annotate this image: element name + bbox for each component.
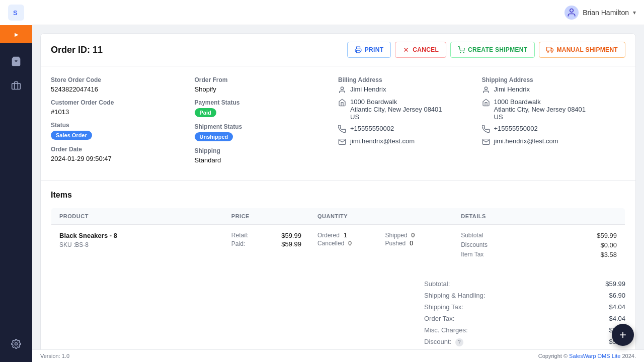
detail-item-tax-label: Item Tax — [461, 251, 484, 258]
order-header: Order ID: 11 PRINT CANCEL CREATE SHIPMEN… — [41, 34, 635, 66]
cancelled-label: Cancelled — [317, 240, 344, 247]
shipping-value: Standard — [195, 156, 329, 164]
user-menu[interactable]: Brian Hamilton ▾ — [565, 6, 636, 20]
svg-point-15 — [551, 51, 553, 52]
billing-address-section: Billing Address Jimi Hendrix 1000 Boardw… — [338, 76, 482, 170]
shipping-name-row: Jimi Hendrix — [482, 85, 616, 94]
billing-email-row: jimi.hendrix@test.com — [338, 137, 472, 146]
detail-item-tax-value: $3.58 — [600, 251, 617, 258]
cancel-icon — [403, 46, 410, 53]
pushed-label: Pushed — [385, 240, 406, 247]
shipping-handling-label: Shipping & Handling: — [424, 292, 485, 299]
qty-grid: Ordered 1 Shipped 0 Cancelled 0 Pushed 0 — [317, 232, 445, 247]
user-avatar — [565, 6, 579, 20]
col-details: DETAILS — [453, 208, 625, 225]
shipping-address-section: Shipping Address Jimi Hendrix 1000 Board… — [482, 76, 626, 170]
detail-discounts-label: Discounts — [461, 241, 488, 249]
svg-rect-12 — [547, 47, 551, 51]
cancel-button[interactable]: CANCEL — [395, 42, 446, 58]
order-card: Order ID: 11 PRINT CANCEL CREATE SHIPMEN… — [40, 33, 636, 349]
svg-point-17 — [485, 87, 487, 89]
subtotal-value: $59.99 — [605, 280, 625, 288]
manual-shipment-button[interactable]: MANUAL SHIPMENT — [539, 42, 625, 58]
shipping-phone: +15555550002 — [494, 125, 538, 132]
sidebar-toggle-button[interactable]: ▶ — [0, 25, 32, 43]
svg-point-11 — [463, 52, 464, 53]
discount-label: Discount: ? — [424, 338, 463, 346]
billing-street-block: 1000 Boardwalk Atlantic City, New Jersey… — [350, 98, 442, 121]
shipping-email: jimi.hendrix@test.com — [494, 137, 558, 145]
topbar: Brian Hamilton ▾ — [32, 0, 644, 25]
shipping-street: 1000 Boardwalk — [494, 98, 586, 106]
print-button[interactable]: PRINT — [347, 42, 391, 58]
manual-shipment-icon — [546, 46, 553, 53]
billing-city-state-zip: Atlantic City, New Jersey 08401 — [350, 106, 442, 113]
billing-email: jimi.hendrix@test.com — [350, 137, 415, 145]
billing-phone: +15555550002 — [350, 125, 394, 132]
order-details-section: Order From Shopify Payment Status Paid S… — [195, 76, 339, 170]
payment-status-label: Payment Status — [195, 99, 329, 106]
shipping-handling-value: $6.90 — [609, 292, 625, 299]
detail-item-tax-row: Item Tax $3.58 — [461, 251, 617, 258]
payment-status-badge-container: Paid — [195, 108, 329, 117]
footer: Version: 1.0 Copyright © SalesWarp OMS L… — [32, 349, 644, 362]
billing-country: US — [350, 113, 442, 121]
home-icon-shipping — [482, 99, 490, 107]
copyright-link[interactable]: SalesWarp OMS Lite — [569, 353, 620, 359]
create-shipment-icon — [458, 46, 465, 53]
shipping-street-block: 1000 Boardwalk Atlantic City, New Jersey… — [494, 98, 586, 121]
print-icon — [355, 46, 362, 53]
table-row: Black Sneakers - 8 SKU :BS-8 Retail: $59… — [51, 225, 625, 268]
billing-street-row: 1000 Boardwalk Atlantic City, New Jersey… — [338, 98, 472, 121]
email-icon — [338, 138, 346, 146]
cancelled-qty: 0 — [348, 240, 352, 247]
sidebar-bottom — [6, 334, 26, 362]
fab-button[interactable]: + — [612, 324, 634, 346]
ordered-label: Ordered — [317, 232, 340, 239]
order-title: Order ID: 11 — [51, 45, 103, 55]
home-icon — [338, 99, 346, 107]
detail-discounts-value: $0.00 — [600, 241, 617, 249]
billing-street: 1000 Boardwalk — [350, 98, 442, 106]
settings-icon[interactable] — [6, 334, 26, 354]
create-shipment-button[interactable]: CREATE SHIPMENT — [450, 42, 535, 58]
phone-icon-shipping — [482, 125, 490, 133]
svg-marker-13 — [551, 49, 553, 51]
billing-phone-row: +15555550002 — [338, 125, 472, 133]
shipping-address-label: Shipping Address — [482, 76, 616, 83]
order-date-value: 2024-01-29 09:50:47 — [51, 155, 185, 162]
customer-order-code-label: Customer Order Code — [51, 99, 185, 106]
sidebar-item-cart[interactable] — [6, 51, 26, 71]
retail-price-row: Retail: $59.99 — [231, 232, 301, 239]
detail-subtotal-label: Subtotal — [461, 232, 483, 239]
sidebar-item-store[interactable] — [6, 75, 26, 96]
shipping-phone-row: +15555550002 — [482, 125, 616, 133]
paid-label: Paid: — [231, 240, 245, 248]
customer-order-code-value: #1013 — [51, 108, 185, 116]
order-info: Store Order Code 5243822047416 Customer … — [41, 66, 635, 180]
discount-help-icon[interactable]: ? — [455, 338, 463, 346]
col-product: PRODUCT — [51, 208, 223, 225]
person-icon — [338, 86, 346, 94]
total-shipping-row: Shipping & Handling: $6.90 — [424, 290, 625, 301]
main-content: Brian Hamilton ▾ Order ID: 11 PRINT CANC… — [32, 0, 644, 362]
billing-name-row: Jimi Hendrix — [338, 85, 472, 94]
svg-text:S: S — [13, 9, 18, 17]
items-table: PRODUCT PRICE QUANTITY DETAILS Black Sne… — [51, 208, 625, 268]
shipment-status-badge: Unshipped — [195, 132, 233, 141]
col-quantity: QUANTITY — [309, 208, 453, 225]
order-date-label: Order Date — [51, 146, 185, 153]
shipping-email-row: jimi.hendrix@test.com — [482, 137, 616, 146]
total-misc-row: Misc. Charges: $0.00 — [424, 324, 625, 336]
qty-pushed-row: Pushed 0 — [385, 240, 445, 247]
version-text: Version: 1.0 — [40, 353, 69, 359]
phone-icon — [338, 125, 346, 133]
store-order-code-label: Store Order Code — [51, 76, 185, 83]
sidebar-logo: S — [0, 0, 32, 25]
shipped-label: Shipped — [385, 232, 408, 239]
shipping-tax-label: Shipping Tax: — [424, 303, 463, 311]
person-icon-shipping — [482, 86, 490, 94]
retail-price: $59.99 — [281, 232, 301, 239]
shipping-country: US — [494, 113, 586, 121]
paid-price-row: Paid: $59.99 — [231, 240, 301, 248]
